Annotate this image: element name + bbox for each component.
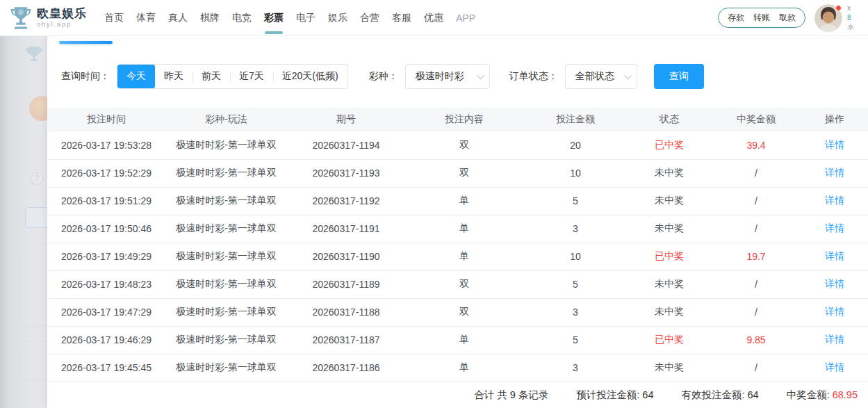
wallet-action-2[interactable]: 转账: [753, 12, 770, 24]
detail-link[interactable]: 详情: [825, 250, 844, 261]
time-option-4[interactable]: 近7天: [230, 65, 273, 88]
bet-content: 单: [405, 326, 523, 354]
bet-amount: 3: [523, 215, 628, 243]
bet-time: 2026-03-17 19:51:29: [47, 187, 165, 215]
issue-number: 20260317-1191: [287, 215, 405, 243]
nav-item-3[interactable]: 真人: [166, 0, 190, 35]
valid-bet-value: 64: [748, 389, 759, 400]
wallet-actions: 存款转账取款: [718, 8, 805, 28]
bet-amount: 20: [523, 131, 628, 159]
game-play: 极速时时彩-第一球单双: [165, 270, 287, 298]
detail-link[interactable]: 详情: [825, 334, 844, 345]
user-avatar[interactable]: [814, 4, 842, 32]
action-cell: 详情: [801, 270, 868, 298]
time-option-1[interactable]: 今天: [117, 65, 155, 88]
nav-item-9[interactable]: 合营: [358, 0, 382, 35]
nav-item-1[interactable]: 首页: [102, 0, 126, 35]
issue-number: 20260317-1194: [287, 131, 405, 159]
game-play: 极速时时彩-第一球单双: [165, 131, 287, 159]
column-header-4: 投注内容: [405, 108, 523, 131]
nav-item-11[interactable]: 优惠: [422, 0, 445, 35]
bet-amount: 3: [523, 354, 628, 382]
nav-item-7[interactable]: 电子: [294, 0, 318, 35]
expected-bet-total: 预计投注金额:64: [576, 389, 653, 402]
prize-amount: /: [711, 354, 801, 382]
status-filter-label: 订单状态：: [509, 70, 558, 83]
nav-item-12[interactable]: APP: [454, 0, 477, 35]
game-play: 极速时时彩-第一球单双: [165, 298, 287, 326]
table-header-row: 投注时间彩种-玩法期号投注内容投注金额状态中奖金额操作: [47, 108, 868, 131]
query-button[interactable]: 查询: [654, 64, 704, 89]
order-status-select[interactable]: 全部状态: [565, 64, 637, 89]
bet-content: 双: [405, 298, 523, 326]
wallet-action-1[interactable]: 存款: [728, 12, 744, 24]
nav-item-5[interactable]: 电竞: [230, 0, 254, 35]
status-select-value: 全部状态: [575, 70, 614, 83]
game-play: 极速时时彩-第一球单双: [165, 243, 287, 270]
time-option-5[interactable]: 近20天(低频): [273, 65, 347, 88]
bet-content: 双: [405, 131, 523, 159]
action-cell: 详情: [801, 159, 868, 187]
nav-item-10[interactable]: 客服: [390, 0, 413, 35]
column-header-3: 期号: [287, 108, 405, 131]
issue-number: 20260317-1187: [287, 326, 405, 354]
bet-amount: 5: [523, 270, 628, 298]
prize-amount: /: [711, 215, 801, 243]
valid-bet-total: 有效投注金额:64: [682, 389, 759, 402]
game-play: 极速时时彩-第一球单双: [165, 159, 287, 187]
game-play: 极速时时彩-第一球单双: [165, 215, 287, 243]
bet-status: 未中奖: [628, 270, 711, 298]
bet-content: 单: [405, 354, 523, 382]
time-option-3[interactable]: 前天: [193, 65, 230, 88]
action-cell: 详情: [801, 215, 868, 243]
prize-total-value: 68.95: [833, 389, 858, 400]
lottery-select[interactable]: 极速时时彩: [405, 64, 490, 89]
brand-logo[interactable]: 欧皇娱乐 ohyl.app: [10, 6, 87, 30]
detail-link[interactable]: 详情: [825, 167, 844, 178]
detail-link[interactable]: 详情: [825, 361, 844, 373]
bet-time: 2026-03-17 19:46:29: [47, 326, 165, 354]
bet-time: 2026-03-17 19:47:29: [47, 298, 165, 326]
time-range-group: 今天昨天前天近7天近20天(低频): [117, 64, 348, 89]
nav-item-6[interactable]: 彩票: [262, 0, 286, 35]
lottery-filter-label: 彩种：: [369, 70, 398, 83]
bet-status: 未中奖: [628, 159, 711, 187]
wallet-action-3[interactable]: 取款: [779, 12, 796, 24]
prize-amount: /: [711, 187, 801, 215]
main-nav: 首页体育真人棋牌电竞彩票电子娱乐合营客服优惠APP: [102, 0, 477, 35]
time-option-2[interactable]: 昨天: [155, 65, 193, 88]
nav-item-4[interactable]: 棋牌: [198, 0, 222, 35]
detail-link[interactable]: 详情: [825, 278, 844, 289]
nav-item-2[interactable]: 体育: [134, 0, 158, 35]
detail-link[interactable]: 详情: [825, 139, 844, 150]
bet-amount: 5: [523, 326, 628, 354]
table-row: 2026-03-17 19:52:29极速时时彩-第一球单双20260317-1…: [47, 159, 868, 187]
nav-item-8[interactable]: 娱乐: [326, 0, 350, 35]
table-row: 2026-03-17 19:47:29极速时时彩-第一球单双20260317-1…: [47, 298, 868, 326]
bet-status: 未中奖: [628, 354, 711, 382]
bet-content: 单: [405, 215, 523, 243]
bet-status: 未中奖: [628, 215, 711, 243]
overlay-veil: [0, 36, 47, 408]
detail-link[interactable]: 详情: [825, 306, 844, 317]
detail-link[interactable]: 详情: [825, 222, 844, 234]
prize-amount: /: [711, 159, 801, 187]
table-row: 2026-03-17 19:45:45极速时时彩-第一球单双20260317-1…: [47, 354, 868, 382]
detail-link[interactable]: 详情: [825, 195, 844, 206]
records-panel: 查询时间： 今天昨天前天近7天近20天(低频) 彩种： 极速时时彩 订单状态： …: [47, 36, 868, 408]
prize-amount: /: [711, 270, 801, 298]
action-cell: 详情: [801, 243, 868, 270]
bet-status: 已中奖: [628, 326, 711, 354]
bet-content: 单: [405, 243, 523, 270]
column-header-6: 状态: [628, 108, 711, 131]
user-info-line-2: 8: [847, 13, 860, 23]
column-header-1: 投注时间: [47, 108, 165, 131]
expected-bet-label: 预计投注金额:: [576, 389, 639, 400]
prize-amount: /: [711, 298, 801, 326]
table-header: 投注时间彩种-玩法期号投注内容投注金额状态中奖金额操作: [47, 108, 868, 131]
brand-subtitle: ohyl.app: [37, 22, 87, 28]
chevron-down-icon: [623, 72, 631, 79]
action-cell: 详情: [801, 187, 868, 215]
game-play: 极速时时彩-第一球单双: [165, 326, 287, 354]
game-play: 极速时时彩-第一球单双: [165, 187, 287, 215]
